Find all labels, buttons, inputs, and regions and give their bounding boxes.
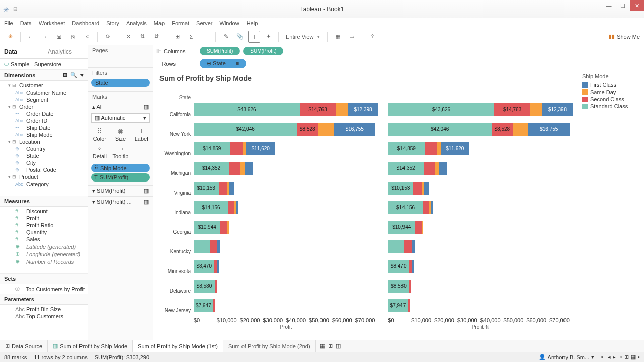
bar-segment[interactable] (424, 162, 435, 175)
bar-segment[interactable] (228, 201, 234, 214)
tableau-icon[interactable]: ✳ (4, 31, 16, 43)
bar-segment[interactable] (217, 240, 220, 253)
marks-sum1[interactable]: ▾ SUM(Profit)▥ (88, 185, 153, 196)
bar-segment[interactable]: $7,947 (388, 299, 408, 312)
columns-pill-1[interactable]: SUM(Profit) (200, 47, 240, 55)
bar-row[interactable]: $10,944 (194, 217, 378, 237)
dim-item[interactable]: ⊕Postal Code (0, 166, 88, 173)
legend-item[interactable]: First Class (582, 81, 641, 88)
dim-item[interactable]: ▾ ⊟Location (0, 138, 88, 145)
close-button[interactable]: ✕ (630, 0, 644, 11)
bar-segment[interactable] (435, 162, 440, 175)
measure-item[interactable]: ⊕Longitude (generated) (0, 250, 88, 258)
labels-button[interactable]: T (248, 31, 260, 43)
param-item[interactable]: AbcProfit Bin Size (0, 306, 88, 313)
bar-segment[interactable]: $8,528 (297, 123, 318, 136)
dim-item[interactable]: ☷Ship Date (0, 124, 88, 131)
highlight-button[interactable]: ✎ (220, 31, 232, 43)
bar-segment[interactable]: $7,947 (194, 299, 213, 312)
dim-item[interactable]: AbcOrder ID (0, 117, 88, 124)
bar-segment[interactable] (422, 221, 423, 234)
bar-segment[interactable] (513, 123, 529, 136)
menu-file[interactable]: File (4, 20, 13, 26)
abc-button[interactable]: ≡ (199, 31, 211, 43)
bar-row[interactable]: $10,153 (388, 178, 573, 198)
dim-item[interactable]: AbcCustomer Name (0, 89, 88, 96)
marks-sum2[interactable]: ▾ SUM(Profit) ...▥ (88, 196, 153, 207)
new-worksheet-icon[interactable]: ▦ (320, 343, 325, 349)
datasource-item[interactable]: ⬭Sample - Superstore (0, 59, 88, 69)
menu-help[interactable]: Help (247, 20, 258, 26)
bar-row[interactable]: $42,046$8,528$16,755 (194, 119, 378, 139)
new-story-icon[interactable]: ◫ (336, 343, 341, 349)
param-item[interactable]: AbcTop Customers (0, 313, 88, 320)
bar-segment[interactable]: $16,755 (528, 123, 570, 136)
bar-segment[interactable]: $42,046 (388, 123, 492, 136)
menu-data[interactable]: Data (20, 20, 32, 26)
bar-row[interactable]: $7,947 (388, 296, 573, 315)
search-icon[interactable]: 🔍 (70, 72, 77, 78)
tab-sheet-3[interactable]: Sum of Profit by Ship Mode (2nd) (223, 340, 316, 352)
share-button[interactable]: ⇪ (366, 31, 378, 43)
rows-shelf-label[interactable]: ≡ Rows (156, 61, 197, 67)
show-me-button[interactable]: ▮▮Show Me (609, 33, 640, 40)
bar-row[interactable] (388, 237, 573, 256)
bar-segment[interactable] (404, 240, 412, 253)
new-dashboard-icon[interactable]: ⊞ (328, 343, 333, 349)
menu-format[interactable]: Format (172, 20, 189, 26)
view-filmstrip-icon[interactable]: ▦ (631, 354, 636, 360)
view-sheet-icon[interactable]: ▪ (638, 354, 640, 360)
marks-detail[interactable]: ⁘Detail (89, 143, 110, 161)
columns-shelf-label[interactable]: ⊪ Columns (156, 48, 197, 54)
legend-item[interactable]: Standard Class (582, 103, 641, 110)
refresh-button[interactable]: ⟳ (102, 31, 114, 43)
legend-item[interactable]: Second Class (582, 96, 641, 103)
status-user[interactable]: 👤 Anthony B. Sm... ▾ (539, 354, 595, 360)
pin-button[interactable]: 📎 (234, 31, 246, 43)
bar-segment[interactable]: $10,153 (194, 182, 219, 195)
marks-color[interactable]: ⠿Color (89, 126, 110, 143)
bar-segment[interactable] (230, 142, 243, 155)
bar-segment[interactable] (240, 162, 245, 175)
bar-segment[interactable] (210, 240, 218, 253)
bar-segment[interactable] (388, 240, 405, 253)
bar-segment[interactable]: $14,859 (194, 142, 230, 155)
bar-segment[interactable] (194, 240, 210, 253)
bar-segment[interactable] (229, 182, 234, 195)
bar-row[interactable]: $14,156 (194, 198, 378, 217)
dim-item[interactable]: ▾ ⊟Order (0, 103, 88, 110)
bar-segment[interactable]: $14,763 (300, 103, 336, 116)
redo-button[interactable]: → (39, 31, 51, 43)
bar-segment[interactable]: $11,620 (246, 142, 275, 155)
bar-segment[interactable] (437, 142, 441, 155)
bar-segment[interactable] (409, 280, 411, 293)
present-button[interactable]: ▭ (346, 31, 358, 43)
bar-row[interactable]: $14,352 (194, 158, 378, 178)
bar-row[interactable]: $7,947 (194, 296, 378, 315)
menu-worksheet[interactable]: Worksheet (39, 20, 65, 26)
filters-shelf[interactable]: Filters (88, 68, 153, 78)
bar-segment[interactable]: $11,620 (441, 142, 469, 155)
bar-segment[interactable]: $8,470 (388, 260, 409, 273)
menu-dashboard[interactable]: Dashboard (72, 20, 99, 26)
new-worksheet-button[interactable]: ⎗ (81, 31, 93, 43)
mark-pill-sumprofit[interactable]: TSUM(Profit) (91, 173, 150, 182)
dim-item[interactable]: ▾ ⊟Customer (0, 82, 88, 89)
menu-map[interactable]: Map (154, 20, 165, 26)
dim-item[interactable]: ☷Order Date (0, 110, 88, 117)
bar-row[interactable]: $8,580 (194, 276, 378, 296)
marks-label[interactable]: TLabel (131, 126, 152, 143)
minimize-button[interactable]: — (602, 0, 616, 11)
sort-asc-button[interactable]: ⇅ (136, 31, 148, 43)
dim-item[interactable]: AbcSegment (0, 96, 88, 103)
bar-segment[interactable]: $10,944 (194, 221, 220, 234)
bar-segment[interactable] (424, 182, 429, 195)
bar-row[interactable]: $8,470 (388, 256, 573, 276)
bar-segment[interactable] (423, 201, 429, 214)
bar-segment[interactable]: $14,352 (194, 162, 229, 175)
bar-row[interactable]: $14,859$11,620 (388, 139, 573, 158)
bar-segment[interactable] (227, 221, 228, 234)
bar-segment[interactable]: $43,626 (388, 103, 495, 116)
chart-1[interactable]: $43,626$14,763$12,398$42,046$8,528$16,75… (194, 85, 378, 315)
bar-segment[interactable]: $42,046 (194, 123, 297, 136)
